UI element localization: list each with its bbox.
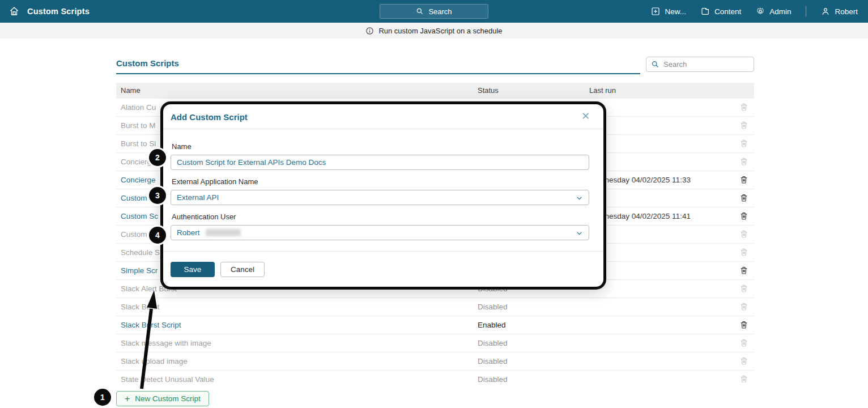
- script-name-link[interactable]: Simple Scr: [121, 266, 158, 275]
- cancel-button[interactable]: Cancel: [220, 262, 265, 277]
- trash-icon[interactable]: [739, 121, 748, 131]
- gear-icon: [756, 7, 765, 16]
- global-search[interactable]: Search: [380, 4, 488, 19]
- trash-icon[interactable]: [739, 320, 748, 331]
- search-icon: [651, 60, 659, 69]
- table-row: Slack upload imageDisabled: [116, 352, 754, 371]
- trash-icon[interactable]: [739, 338, 748, 349]
- trash-icon[interactable]: [739, 139, 748, 150]
- nav-item-content[interactable]: Content: [701, 7, 741, 16]
- table-row: Slack Burst ScriptEnabled: [116, 316, 754, 334]
- script-name: Schedule S: [121, 248, 160, 257]
- modal-footer: Save Cancel: [163, 251, 603, 287]
- page-title: Custom Scripts: [116, 58, 640, 74]
- script-name: Slack message with image: [121, 339, 211, 347]
- annotation-step-4: 4: [149, 227, 166, 244]
- auth-user-select[interactable]: Robert: [171, 225, 589, 240]
- app-title: Custom Scripts: [27, 7, 90, 16]
- status-cell: Enabled: [478, 321, 506, 329]
- trash-icon[interactable]: [739, 230, 748, 240]
- script-name: State Detect Unusual Value: [121, 375, 214, 382]
- annotation-step-1: 1: [94, 389, 111, 406]
- trash-icon[interactable]: [739, 302, 748, 313]
- annotation-step-2: 2: [149, 149, 166, 166]
- new-custom-script-button[interactable]: + New Custom Script: [116, 391, 209, 406]
- script-name: Burst to M: [121, 121, 156, 130]
- script-name: Custom: [121, 230, 147, 239]
- table-row: Slack message with imageDisabled: [116, 334, 754, 352]
- trash-icon[interactable]: [739, 157, 748, 168]
- plus-square-icon: [651, 7, 660, 16]
- script-name: Alation Cu: [121, 103, 156, 112]
- trash-icon[interactable]: [739, 248, 748, 258]
- nav-item-new[interactable]: New...: [651, 7, 686, 16]
- table-header: Name Status Last run: [116, 83, 754, 99]
- trash-icon[interactable]: [739, 356, 748, 367]
- status-cell: Disabled: [478, 339, 508, 347]
- name-field[interactable]: [171, 155, 589, 170]
- table-row: Slack BurstDisabled: [116, 298, 754, 316]
- nav-divider: [806, 6, 806, 16]
- content-icon: [701, 7, 710, 16]
- script-name: Slack Burst: [121, 303, 159, 311]
- annotation-step-3: 3: [149, 187, 166, 204]
- chevron-down-icon: [576, 230, 583, 239]
- trash-icon[interactable]: [739, 375, 748, 382]
- column-header-name: Name: [121, 86, 141, 95]
- nav-user-label: Robert: [835, 7, 858, 16]
- modal-header: Add Custom Script ✕: [163, 104, 603, 129]
- global-search-label: Search: [428, 7, 452, 16]
- close-icon[interactable]: ✕: [581, 111, 590, 121]
- external-app-label: External Application Name: [172, 177, 589, 186]
- nav-item-admin[interactable]: Admin: [756, 7, 791, 16]
- column-header-last-run: Last run: [589, 86, 616, 95]
- column-header-status: Status: [478, 86, 499, 95]
- status-cell: Disabled: [478, 303, 508, 311]
- script-name-link[interactable]: Slack Burst Script: [121, 321, 181, 329]
- new-custom-script-label: New Custom Script: [135, 394, 201, 403]
- trash-icon[interactable]: [739, 266, 748, 277]
- redacted-surname: [206, 229, 241, 236]
- nav-admin-label: Admin: [769, 7, 791, 16]
- table-row: State Detect Unusual ValueDisabled: [116, 371, 754, 382]
- script-name-link[interactable]: Custom: [121, 194, 147, 202]
- name-field-label: Name: [172, 142, 589, 151]
- modal-title: Add Custom Script: [171, 112, 248, 122]
- auth-user-label: Authentication User: [172, 212, 589, 221]
- nav-item-user[interactable]: Robert: [821, 7, 858, 16]
- table-search[interactable]: [646, 57, 754, 72]
- trash-icon[interactable]: [739, 211, 748, 222]
- trash-icon[interactable]: [739, 193, 748, 204]
- add-custom-script-modal: Add Custom Script ✕ Name External Applic…: [160, 101, 606, 290]
- chevron-down-icon: [576, 194, 583, 203]
- table-search-input[interactable]: [663, 60, 743, 69]
- trash-icon[interactable]: [739, 103, 748, 113]
- script-name: Slack upload image: [121, 357, 188, 366]
- script-name: Burst to Sl: [121, 139, 156, 148]
- nav-new-label: New...: [665, 7, 686, 16]
- trash-icon[interactable]: [739, 175, 748, 186]
- auth-user-value: Robert: [177, 228, 200, 237]
- status-cell: Disabled: [478, 375, 508, 382]
- trash-icon[interactable]: [739, 284, 748, 295]
- home-icon[interactable]: [9, 6, 19, 16]
- external-app-select[interactable]: External API: [171, 190, 589, 205]
- external-app-value: External API: [177, 193, 219, 202]
- status-cell: Disabled: [478, 357, 508, 366]
- info-icon: [365, 27, 374, 35]
- info-banner-text: Run custom JavaScript on a schedule: [378, 27, 502, 35]
- script-name-link[interactable]: Custom Sc: [121, 212, 158, 220]
- search-icon: [416, 7, 424, 15]
- plus-icon: +: [125, 394, 130, 403]
- save-button[interactable]: Save: [171, 262, 215, 277]
- person-icon: [821, 7, 830, 16]
- script-name-link[interactable]: Concierge: [121, 176, 156, 184]
- nav-content-label: Content: [714, 7, 741, 16]
- info-banner: Run custom JavaScript on a schedule: [0, 23, 868, 39]
- top-navbar: Custom Scripts Search New... Content: [0, 0, 868, 23]
